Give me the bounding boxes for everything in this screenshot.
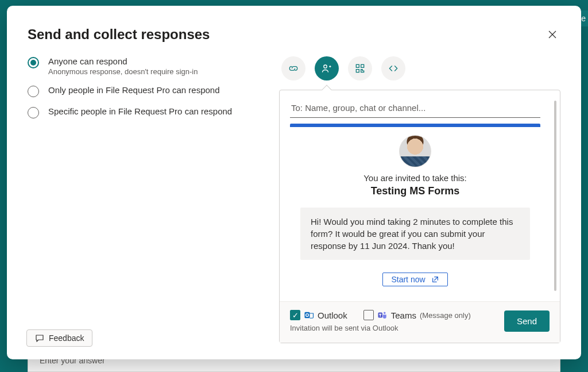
open-external-icon: [431, 275, 439, 283]
svg-point-7: [384, 312, 385, 314]
audience-option-org[interactable]: Only people in File Request Pro can resp…: [28, 85, 252, 97]
audience-option-anyone[interactable]: Anyone can respond Anonymous response, d…: [28, 56, 252, 76]
start-now-button[interactable]: Start now: [382, 273, 447, 286]
send-via-row: ✓ Outlook: [290, 310, 495, 320]
modal-body: Anyone can respond Anonymous response, d…: [28, 56, 560, 343]
feedback-label: Feedback: [49, 333, 84, 343]
svg-rect-4: [305, 312, 310, 319]
teams-icon: [377, 310, 388, 320]
outlook-label: Outlook: [318, 310, 347, 320]
inviter-avatar: [399, 135, 431, 167]
invite-scroll-area[interactable]: You are invited to take this: Testing MS…: [280, 90, 560, 301]
qr-icon: [354, 63, 366, 74]
share-tab-qr[interactable]: [348, 56, 372, 80]
share-tab-link[interactable]: [281, 56, 305, 80]
preview-accent-stripe: [290, 124, 540, 127]
teams-note: (Message only): [420, 311, 471, 320]
sent-via-text: Invitation will be sent via Outlook: [290, 324, 495, 332]
people-add-icon: [321, 63, 332, 74]
invited-form-title: Testing MS Forms: [290, 185, 540, 197]
audience-option-label: Specific people in File Request Pro can …: [48, 106, 232, 116]
share-tab-invite[interactable]: [315, 56, 339, 80]
invite-panel: You are invited to take this: Testing MS…: [279, 90, 560, 343]
via-teams[interactable]: Teams (Message only): [363, 310, 471, 320]
audience-option-label: Only people in File Request Pro can resp…: [48, 85, 220, 95]
invite-preview-card: You are invited to take this: Testing MS…: [290, 124, 540, 286]
share-tab-embed[interactable]: [381, 56, 405, 80]
close-button[interactable]: [544, 26, 560, 43]
svg-rect-2: [361, 64, 364, 67]
audience-option-label: Anyone can respond: [48, 56, 198, 66]
radio-icon: [28, 86, 39, 97]
radio-icon: [28, 57, 39, 68]
code-icon: [388, 63, 399, 74]
recipients-input[interactable]: [290, 101, 540, 118]
audience-option-specific[interactable]: Specific people in File Request Pro can …: [28, 106, 252, 118]
share-column: You are invited to take this: Testing MS…: [279, 56, 560, 343]
send-collect-modal: Send and collect responses Anyone can re…: [7, 6, 581, 359]
background-header-strip: [0, 0, 588, 5]
svg-point-0: [324, 65, 327, 68]
audience-option-sub: Anonymous response, doesn't require sign…: [48, 67, 198, 76]
outlook-icon: [304, 310, 314, 320]
invite-line: You are invited to take this:: [290, 173, 540, 183]
checkbox-icon: [363, 310, 374, 320]
invite-footer: ✓ Outlook: [280, 301, 560, 343]
feedback-button[interactable]: Feedback: [26, 329, 92, 347]
audience-column: Anyone can respond Anonymous response, d…: [28, 56, 252, 343]
close-icon: [548, 30, 557, 39]
modal-title: Send and collect responses: [28, 26, 560, 43]
start-now-label: Start now: [391, 275, 425, 284]
invite-message[interactable]: Hi! Would you mind taking 2 minutes to c…: [300, 208, 530, 260]
checkbox-icon: ✓: [290, 310, 300, 320]
link-icon: [288, 63, 299, 74]
send-button[interactable]: Send: [504, 310, 550, 332]
share-method-tabs: [279, 56, 560, 80]
svg-rect-1: [356, 64, 359, 67]
chat-bubble-icon: [35, 333, 44, 343]
via-outlook[interactable]: ✓ Outlook: [290, 310, 347, 320]
svg-rect-3: [356, 70, 359, 72]
teams-label: Teams: [391, 310, 416, 320]
radio-icon: [28, 107, 39, 118]
